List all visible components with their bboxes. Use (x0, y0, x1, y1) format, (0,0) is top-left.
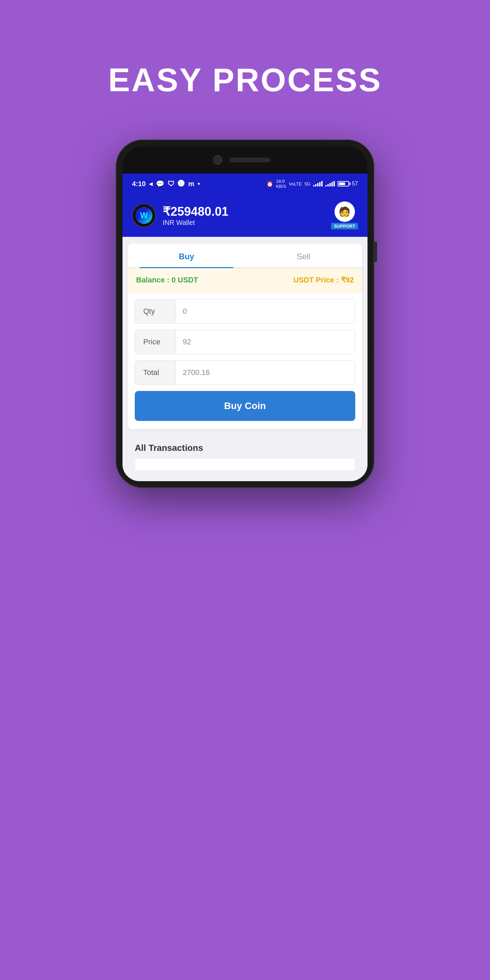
battery-icon (337, 181, 349, 186)
location-icon: ◂ (149, 180, 153, 188)
app-header: W ₹259480.01 INR Wallet 🧑 SUPPORT (123, 194, 368, 237)
alarm-icon: ⏰ (266, 181, 273, 187)
balance-usdt: Balance : 0 USDT (136, 275, 198, 285)
phone-mockup: 4:10 ◂ 💬 🛡 🅒 m • ⏰ 18.0KB/S VoLTE 5G (116, 140, 374, 616)
transactions-section: All Transactions (128, 436, 362, 474)
buy-coin-button[interactable]: Buy Coin (135, 391, 355, 421)
status-time: 4:10 (132, 180, 146, 188)
phone-side-button (374, 242, 377, 262)
qty-field-row: Qty (135, 299, 355, 324)
buy-sell-card: Buy Sell Balance : 0 USDT USDT Price : ₹… (128, 243, 362, 429)
status-bar: 4:10 ◂ 💬 🛡 🅒 m • ⏰ 18.0KB/S VoLTE 5G (123, 173, 368, 194)
price-label: Price (135, 330, 176, 354)
header-amount: ₹259480.01 (163, 205, 228, 219)
phone-screen: 4:10 ◂ 💬 🛡 🅒 m • ⏰ 18.0KB/S VoLTE 5G (123, 173, 368, 481)
support-figure-icon: 🧑 (334, 202, 355, 222)
signal-5g: 5G (305, 181, 310, 186)
header-left: W ₹259480.01 INR Wallet (132, 204, 228, 227)
transaction-row (135, 458, 355, 471)
phone-frame: 4:10 ◂ 💬 🛡 🅒 m • ⏰ 18.0KB/S VoLTE 5G (116, 140, 374, 488)
status-right: ⏰ 18.0KB/S VoLTE 5G (266, 179, 358, 189)
signal-bars-1 (313, 181, 323, 186)
support-button[interactable]: 🧑 SUPPORT (331, 202, 358, 229)
qty-label: Qty (135, 299, 176, 323)
battery-percent: 57 (352, 181, 358, 187)
balance-info-bar: Balance : 0 USDT USDT Price : ₹92 (128, 268, 362, 292)
tab-sell[interactable]: Sell (245, 243, 362, 267)
camera-notch (213, 155, 223, 165)
support-label: SUPPORT (331, 223, 358, 229)
total-input[interactable] (176, 361, 355, 385)
app-body: Buy Sell Balance : 0 USDT USDT Price : ₹… (123, 237, 368, 481)
usdt-price: USDT Price : ₹92 (293, 275, 354, 285)
qty-input[interactable] (176, 299, 355, 323)
messenger-icon: 💬 (156, 180, 164, 188)
shield-icon: 🛡 (168, 180, 175, 188)
cb-icon: 🅒 (178, 180, 185, 188)
buy-form: Qty Price Total (128, 292, 362, 429)
tab-bar: Buy Sell (128, 243, 362, 268)
hero-title: EASY PROCESS (108, 61, 382, 99)
header-wallet-label: INR Wallet (163, 219, 228, 227)
signal-bars-2 (325, 181, 335, 186)
total-label: Total (135, 361, 176, 385)
wallet-logo: W (132, 204, 156, 227)
status-left: 4:10 ◂ 💬 🛡 🅒 m • (132, 180, 200, 188)
price-input[interactable] (176, 330, 355, 354)
m-icon: m (188, 180, 194, 188)
volte-icon: VoLTE (289, 181, 302, 186)
phone-notch (123, 146, 368, 173)
dot-icon: • (198, 180, 200, 188)
price-field-row: Price (135, 330, 355, 354)
battery-fill (339, 182, 345, 185)
network-speed: 18.0KB/S (276, 179, 286, 189)
transactions-title: All Transactions (135, 443, 355, 453)
wallet-logo-inner: W (135, 207, 153, 224)
header-balance: ₹259480.01 INR Wallet (163, 205, 228, 227)
total-field-row: Total (135, 360, 355, 385)
speaker-notch (229, 158, 270, 162)
tab-buy[interactable]: Buy (128, 243, 245, 267)
